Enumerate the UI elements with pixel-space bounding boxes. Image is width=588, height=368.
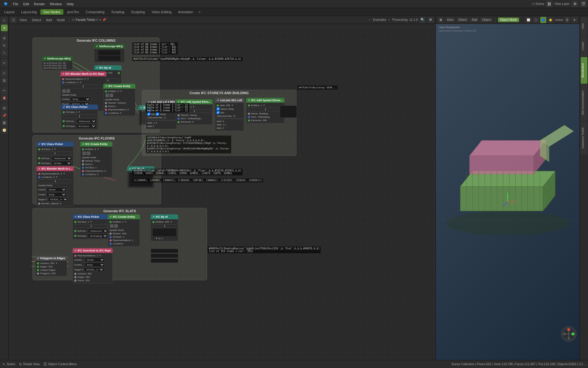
tab-geo-nodes[interactable]: Geo Nodes (40, 9, 64, 15)
view-layer-options-btn[interactable]: ⊞ (571, 1, 578, 7)
vp-gizmo-btn[interactable]: ✛ (571, 17, 578, 23)
tab-compositing[interactable]: Compositing (83, 9, 107, 15)
select-context2-sv[interactable]: Body (85, 263, 105, 267)
node-row-update-f[interactable]: Update Node (82, 156, 111, 159)
neh-node-copy-icon[interactable]: ⎘ (96, 18, 98, 21)
tab-sculpting[interactable]: Sculpting (128, 9, 148, 15)
neh-examples-btn[interactable]: Examples (373, 18, 386, 21)
viewport-3d[interactable]: User Perspective (1/6) Scene Collection … (436, 24, 579, 360)
select-target-sv[interactable]: MODEL_VIEW (84, 267, 104, 272)
node-ifc-create-entity-slats[interactable]: ✓ IFC Create Entity Entities: 1 ▼ (108, 214, 140, 247)
rs-tab-bim-doc[interactable]: BIM Documentation (581, 84, 587, 121)
tab-scripting[interactable]: Scripting (108, 9, 127, 15)
toolbar-background-btn[interactable]: 🖼 (1, 119, 8, 126)
vp-add-btn[interactable]: Add (470, 17, 479, 22)
select-ifc-class-s[interactable]: IfcShadingDevice (88, 234, 108, 238)
node-ifc-by-id-storeys[interactable] (280, 105, 297, 118)
vp-select-btn[interactable]: Select (457, 17, 469, 22)
select-prod-1[interactable]: IfcElement (77, 119, 96, 123)
toolbar-node-btn[interactable]: ⬡ (1, 70, 8, 76)
select-ifc-class-f[interactable]: IfcSlab (52, 161, 72, 165)
vp-shading-render[interactable]: 🌟 (548, 17, 554, 23)
node-ifc-add-spatial-2[interactable]: ✓ IFC Add Spatial Eleme... Entities: 1 ▼… (246, 98, 285, 123)
tab-layout-big[interactable]: Layout.big (18, 9, 40, 15)
select-context-sv[interactable]: Model (85, 258, 105, 262)
menu-edit[interactable]: Edit (21, 2, 32, 6)
neh-processing-btn[interactable]: Processing (392, 18, 407, 21)
tab-proctex[interactable]: procTex (64, 9, 82, 15)
menu-window[interactable]: Window (47, 2, 64, 6)
checkbox-match-01[interactable] (217, 107, 220, 110)
menu-render[interactable]: Render (32, 2, 47, 6)
node-row-update-2[interactable]: Update Node (105, 98, 134, 101)
neh-settings-icon[interactable]: ⚙ (428, 17, 434, 23)
node-ifc-create-entity-1[interactable]: ✓ IFC Create Entity Entities: 3 ▼ (103, 84, 135, 116)
node-ifc-class-picker-floors[interactable]: ✓ IFC Class Picker IfcClass: 1 ▼ ℹ IfcPr… (36, 142, 74, 167)
rs-tab-blenderbim[interactable]: BlenderBIM (581, 57, 587, 84)
toolbar-move-btn[interactable]: ⊕ (1, 35, 8, 41)
neh-node-btn[interactable]: Node (55, 17, 67, 22)
vp-shading-solid[interactable]: ⚫ (533, 17, 539, 23)
menu-help[interactable]: Help (64, 2, 76, 6)
checkbox-mix-01[interactable] (217, 111, 220, 114)
menu-blender-logo[interactable]: 🔷 (1, 1, 10, 6)
toolbar-extra-btn[interactable]: ⊞ (1, 105, 8, 111)
toolbar-scale-btn[interactable]: ⤡ (1, 49, 8, 56)
node-editor-type-btn[interactable]: ⬡ (10, 17, 17, 23)
node-canvas[interactable]: Generate IFC COLUMNS ✓ Stethoscope MKQ ✓… (9, 24, 435, 360)
node-polygons-to-edges[interactable]: ✓ Polygons to Edges Vertices: 353 ▼ Edge… (35, 256, 67, 276)
rs-tab-view[interactable]: View (581, 17, 587, 35)
node-stethoscope-mkq-2[interactable]: ✓ Stethoscope MKQ list of 84 items {'int… (42, 56, 73, 70)
select-prod-s[interactable]: IfcElement (88, 229, 108, 233)
select-context-bf[interactable]: Model (47, 187, 66, 192)
checkbox-mix-3[interactable] (147, 113, 150, 116)
node-ifc-create-entity-floors[interactable]: ✓ IFC Create Entity Entities: 3 ▼ (80, 142, 112, 177)
vp-mode-btn[interactable]: Object Mode (498, 17, 519, 22)
node-ifc-by-id-slats[interactable]: ✓ IFC By Id Entities: 353 ▼ ℹ ▼ id: 1 (151, 214, 178, 241)
node-ifc-class-picker-slats[interactable]: ✓ IFC Class Picker IfcClass: 1 ▼ ℹ IfcPr… (73, 214, 110, 240)
toolbar-nav-btn[interactable]: 🧭 (1, 127, 8, 133)
select-target-bf[interactable]: MODEL_VIEW (48, 197, 68, 201)
node-stethoscope-mkq-1[interactable]: ✓ Stethoscope MKQ (94, 44, 125, 63)
toolbar-mute-btn[interactable]: 🔇 (1, 94, 8, 101)
tab-animation[interactable]: Animation (175, 9, 196, 15)
toolbar-cursor-btn[interactable]: ✛ (1, 25, 8, 31)
checkbox-wrap-3[interactable] (156, 113, 159, 116)
node-row-update-bf[interactable]: Update Node (38, 184, 72, 187)
vp-type-icon[interactable]: 🖥 (438, 17, 444, 23)
rs-tab-sequence[interactable]: Sequence Toolkit (581, 121, 587, 155)
node-ifc-sverchok[interactable]: ✓ IFC Sverchok to IFC Repr Representatio… (73, 248, 113, 283)
neh-node-pin-icon[interactable]: 📌 (102, 18, 106, 21)
menu-file[interactable]: File (10, 2, 21, 6)
neh-add-btn[interactable]: Add (44, 17, 54, 22)
neh-zoom-btn[interactable]: 🔍 (420, 17, 426, 23)
neh-view-btn[interactable]: View (18, 17, 29, 22)
node-ifc-class-picker-1[interactable]: ✓ IFC Class Picker IfcClass: 1 ▼ ℹ IfcPr… (61, 105, 98, 130)
select-ifc-class-val[interactable]: IfcColumn (76, 124, 96, 128)
node-row-update-sl[interactable]: Update Node (109, 228, 138, 232)
toolbar-annotate-btn[interactable]: ✏ (1, 59, 8, 66)
render-btn[interactable]: 🎬 (580, 1, 587, 7)
select-prod-f[interactable]: IfcElement (52, 156, 72, 160)
tab-add-button[interactable]: + (197, 10, 202, 14)
node-row-update[interactable]: Update Node (62, 93, 105, 97)
vp-object-btn[interactable]: Object (480, 17, 493, 22)
vp-view-btn[interactable]: View (445, 17, 455, 22)
nav-gizmo[interactable] (561, 326, 576, 342)
tab-video-editing[interactable]: Video Editing (149, 9, 175, 15)
neh-node-x-icon[interactable]: ✕ (99, 18, 101, 21)
scene-options-btn[interactable]: 🖼 (546, 1, 553, 7)
neh-select-btn[interactable]: Select (30, 17, 43, 22)
toolbar-select-btn[interactable]: ↖ (1, 17, 8, 24)
select-context[interactable]: Body (70, 97, 90, 101)
toolbar-link-btn[interactable]: ⛓ (1, 77, 8, 84)
toolbar-pin-btn[interactable]: 📌 (1, 112, 8, 119)
node-ifc-blender-mesh-floors[interactable]: ✓ IFC Blender Mesh to I... Representatio… (36, 166, 74, 206)
node-list-join-001[interactable]: ✓ List join 001 Lvl2 data: 356 ▼ Match W… (215, 98, 244, 131)
select-context2-bf[interactable]: Body (47, 192, 66, 197)
vp-shading-material[interactable]: 🔵 (540, 17, 546, 23)
vp-overlay-btn[interactable]: ☰ (564, 17, 570, 23)
toolbar-rotate-btn[interactable]: ↻ (1, 42, 8, 49)
toolbar-cut-btn[interactable]: ✂ (1, 87, 8, 94)
vp-shading-wire[interactable]: ⬜ (526, 17, 532, 23)
